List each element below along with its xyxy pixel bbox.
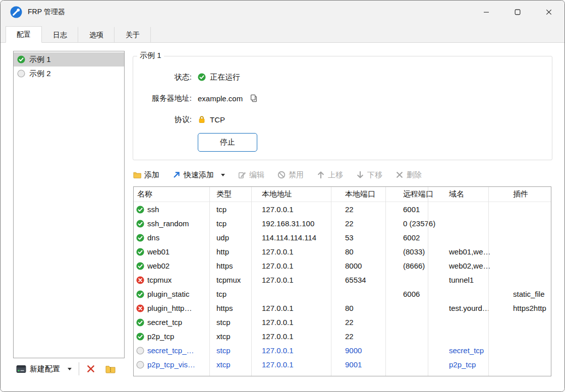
cell-plugin: static_file [510,287,551,301]
minimize-button[interactable] [471,1,502,24]
cell-name: dns [134,230,213,244]
cell-domain: web02,we… [445,258,510,273]
cell-remote_port [400,329,445,343]
cell-plugin [510,258,551,273]
status-label: 状态: [140,73,192,82]
toolbar-quick-add-label: 快速添加 [184,170,214,180]
column-divider [331,187,331,376]
window-controls [471,1,564,24]
app-title: FRP 管理器 [28,8,65,17]
open-config-folder-button[interactable] [102,363,119,375]
cell-remote_port: (8033) [400,244,445,258]
proxy-toolbar: 添加快速添加编辑禁用上移下移删除 [133,167,422,182]
stop-button[interactable]: 停止 [198,133,257,152]
status-idle-icon [136,347,144,355]
cell-local_port: 9000 [342,343,400,357]
cell-name: tcpmux [134,273,213,287]
status-ok-icon [136,290,144,298]
toolbar-disable-button: 禁用 [277,170,304,180]
cell-local_port: 8000 [342,258,400,273]
cell-domain [445,315,510,329]
cell-name: ssh [134,202,213,217]
status-running-icon [198,73,206,81]
main-content: 示例 1示例 2 新建配置 示例 1 状态: 正在运行 [1,43,564,391]
column-header: 域名 [445,187,510,202]
new-config-label: 新建配置 [30,364,60,374]
delete-icon [396,171,404,179]
status-error-icon [136,304,144,312]
cell-name: plugin_static [134,287,213,301]
delete-config-button[interactable] [83,362,98,375]
server-address-label: 服务器地址: [140,94,192,103]
cell-name: p2p_tcp_vis… [134,357,213,371]
cell-plugin [510,329,551,343]
proxy-name: plugin_static [147,290,189,298]
config-name: 示例 1 [29,55,51,64]
cell-local_addr [258,287,342,301]
titlebar: FRP 管理器 [1,1,564,24]
column-divider [428,187,428,376]
cell-remote_port: 6001 [400,202,445,217]
toolbar-move-down-label: 下移 [367,170,382,180]
copy-icon[interactable] [250,94,258,102]
cell-local_addr: 127.0.0.1 [258,301,342,315]
cell-name: ssh_random [134,216,213,230]
cell-local_addr: 127.0.0.1 [258,258,342,273]
config-list-item[interactable]: 示例 1 [14,52,124,67]
cell-local_port: 22 [342,329,400,343]
toolbar-edit-button: 编辑 [238,170,264,180]
column-divider [488,187,489,376]
status-stopped-icon [17,70,25,78]
proxy-name: tcpmux [147,276,172,284]
toolbar-move-up-label: 上移 [328,170,343,180]
status-error-icon [136,276,144,284]
chevron-down-icon [221,174,225,176]
new-config-button[interactable]: 新建配置 [13,362,75,376]
tab-options[interactable]: 选项 [78,27,115,43]
cell-remote_port: 6002 [400,230,445,244]
toolbar-delete-button: 删除 [396,170,422,180]
proxy-name: secret_tcp_… [147,346,194,355]
toolbar-disable-label: 禁用 [289,170,304,180]
cell-domain [445,230,510,244]
cell-local_addr: 127.0.0.1 [258,202,342,217]
cell-remote_port [400,343,445,357]
tab-log[interactable]: 日志 [42,27,78,43]
status-ok-icon [136,220,144,228]
tab-about[interactable]: 关于 [115,27,151,43]
config-list-item[interactable]: 示例 2 [14,67,124,81]
status-ok-icon [136,248,144,256]
cell-plugin [510,202,551,217]
proxy-name: plugin_http… [147,304,192,312]
server-address-value: example.com [198,94,243,103]
column-divider [209,187,210,376]
toolbar-add-button[interactable]: 添加 [133,170,159,180]
status-running-icon [17,55,25,63]
column-header: 名称 [134,187,213,202]
toolbar-quick-add-button[interactable]: 快速添加 [173,170,225,180]
new-config-icon [16,365,26,373]
status-ok-icon [136,234,144,242]
cell-name: web01 [134,244,213,258]
cell-name: secret_tcp_… [134,343,213,357]
cell-local_port: 9001 [342,357,400,371]
footer-separator [79,362,79,375]
column-header: 插件 [510,187,551,202]
cell-local_addr: 127.0.0.1 [258,357,342,371]
column-header: 本地地址 [258,187,342,202]
group-title: 示例 1 [137,51,164,60]
config-name: 示例 2 [29,69,51,79]
cell-domain [445,202,510,217]
close-button[interactable] [533,1,564,24]
cell-name: web02 [134,258,213,273]
cell-remote_port [400,273,445,287]
cell-domain [445,216,510,230]
cell-local_port: 22 [342,202,400,217]
column-header: 远程端口 [400,187,445,202]
proxy-table: 名称类型本地地址本地端口远程端口域名插件 sshtcp127.0.0.12260… [133,186,551,376]
protocol-label: 协议: [140,115,192,124]
maximize-button[interactable] [502,1,533,24]
cell-domain: p2p_tcp [445,357,510,371]
config-detail-group: 示例 1 状态: 正在运行 服务器地址: example.com 协议: [133,56,552,160]
tab-config[interactable]: 配置 [6,26,42,43]
